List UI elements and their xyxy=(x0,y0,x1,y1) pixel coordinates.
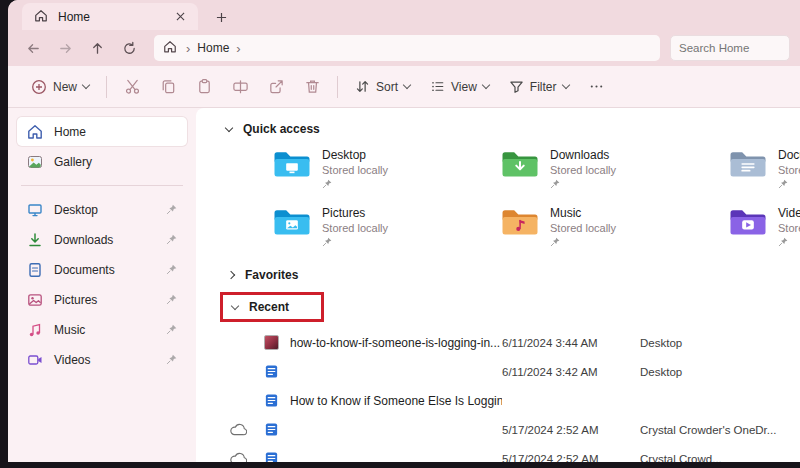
quick-access-tile-pictures[interactable]: Pictures Stored locally xyxy=(272,204,500,256)
desktop-folder-icon xyxy=(272,148,312,180)
home-icon xyxy=(27,124,43,140)
section-header-favorites[interactable]: Favorites xyxy=(196,262,800,288)
toolbar-divider xyxy=(106,76,107,98)
pictures-icon xyxy=(27,292,43,308)
tab-bar: Home xyxy=(8,0,800,30)
filter-icon xyxy=(509,79,524,94)
address-bar[interactable]: › Home › xyxy=(154,35,660,61)
pin-icon xyxy=(322,179,388,189)
sort-button[interactable]: Sort xyxy=(346,71,419,103)
music-icon xyxy=(27,322,43,338)
document-icon xyxy=(264,451,284,462)
recent-file-row[interactable]: How to Know if Someone Else Is Loggin... xyxy=(196,386,800,415)
copy-icon[interactable] xyxy=(151,71,185,103)
chevron-down-icon xyxy=(82,81,90,89)
quick-access-tile-videos[interactable]: Videos Stored locally xyxy=(728,204,800,256)
search-box[interactable] xyxy=(670,35,790,61)
documents-folder-icon xyxy=(728,148,768,180)
sidebar-divider xyxy=(21,185,183,186)
sidebar-item-music[interactable]: Music xyxy=(17,315,187,344)
pin-icon xyxy=(166,354,177,365)
tab-title: Home xyxy=(58,10,162,24)
pin-icon xyxy=(166,294,177,305)
pin-icon xyxy=(778,237,800,247)
pin-icon xyxy=(322,237,388,247)
recent-file-row[interactable]: how-to-know-if-someone-is-logging-in... … xyxy=(196,328,800,357)
chevron-down-icon xyxy=(231,301,239,309)
file-explorer-window: Home xyxy=(8,0,800,462)
sidebar-item-downloads[interactable]: Downloads xyxy=(17,225,187,254)
downloads-icon xyxy=(27,232,43,248)
recent-files-list: how-to-know-if-someone-is-logging-in... … xyxy=(196,328,800,462)
new-plus-icon xyxy=(31,79,47,95)
rename-icon[interactable] xyxy=(223,71,257,103)
quick-access-tile-downloads[interactable]: Downloads Stored locally xyxy=(500,146,728,198)
navigation-bar: › Home › xyxy=(8,30,800,66)
videos-folder-icon xyxy=(728,206,768,238)
pin-icon xyxy=(166,264,177,275)
forward-icon[interactable] xyxy=(50,34,80,62)
pin-icon xyxy=(166,204,177,215)
paste-icon[interactable] xyxy=(187,71,221,103)
breadcrumb-home[interactable]: Home xyxy=(197,41,229,55)
videos-icon xyxy=(27,352,43,368)
filter-button[interactable]: Filter xyxy=(500,71,578,103)
command-toolbar: New So xyxy=(8,66,800,108)
music-folder-icon xyxy=(500,206,540,238)
pin-icon xyxy=(166,234,177,245)
document-icon xyxy=(264,422,284,437)
window-body: Home Gallery Desktop xyxy=(8,108,800,462)
quick-access-tile-music[interactable]: Music Stored locally xyxy=(500,204,728,256)
breadcrumb-home-icon[interactable] xyxy=(163,40,179,56)
view-icon xyxy=(430,79,445,94)
breadcrumb-separator[interactable]: › xyxy=(236,42,240,55)
content-pane: Quick access Desktop Stored locally xyxy=(196,108,800,462)
search-input[interactable] xyxy=(679,42,781,54)
section-header-recent[interactable]: Recent xyxy=(249,300,289,314)
refresh-icon[interactable] xyxy=(114,34,144,62)
sidebar-item-gallery[interactable]: Gallery xyxy=(17,147,187,176)
pin-icon xyxy=(166,324,177,335)
chevron-down-icon xyxy=(403,81,411,89)
more-options-icon[interactable] xyxy=(580,71,614,103)
quick-access-grid: Desktop Stored locally xyxy=(272,146,800,256)
document-icon xyxy=(264,393,284,408)
back-icon[interactable] xyxy=(18,34,48,62)
sidebar-item-documents[interactable]: Documents xyxy=(17,255,187,284)
up-icon[interactable] xyxy=(82,34,112,62)
pin-icon xyxy=(550,237,616,247)
sidebar-item-pictures[interactable]: Pictures xyxy=(17,285,187,314)
recent-file-row[interactable]: 5/17/2024 2:52 AM Crystal Crowd... xyxy=(196,444,800,462)
pin-icon xyxy=(550,179,616,189)
chevron-down-icon xyxy=(561,81,569,89)
view-button[interactable]: View xyxy=(421,71,498,103)
new-tab-button[interactable] xyxy=(208,4,234,30)
share-icon[interactable] xyxy=(259,71,293,103)
home-icon xyxy=(34,9,50,25)
close-tab-icon[interactable] xyxy=(170,7,190,27)
section-header-quick-access[interactable]: Quick access xyxy=(196,116,800,142)
quick-access-tile-documents[interactable]: Documents Stored locally xyxy=(728,146,800,198)
annotation-rectangle-recent: Recent xyxy=(220,292,324,322)
gallery-icon xyxy=(27,154,43,170)
recent-file-row[interactable]: 5/17/2024 2:52 AM Crystal Crowder's OneD… xyxy=(196,415,800,444)
new-button[interactable]: New xyxy=(22,71,98,103)
pictures-folder-icon xyxy=(272,206,312,238)
navigation-pane: Home Gallery Desktop xyxy=(8,108,196,462)
cloud-icon xyxy=(230,423,250,436)
quick-access-tile-desktop[interactable]: Desktop Stored locally xyxy=(272,146,500,198)
chevron-right-icon xyxy=(227,271,235,279)
toolbar-divider xyxy=(337,76,338,98)
sidebar-item-home[interactable]: Home xyxy=(17,117,187,146)
breadcrumb-separator: › xyxy=(186,42,190,55)
desktop-icon xyxy=(27,202,43,218)
downloads-folder-icon xyxy=(500,148,540,180)
sidebar-item-videos[interactable]: Videos xyxy=(17,345,187,374)
tab-home[interactable]: Home xyxy=(22,3,198,30)
recent-file-row[interactable]: 6/11/2024 3:42 AM Desktop xyxy=(196,357,800,386)
chevron-down-icon xyxy=(482,81,490,89)
delete-icon[interactable] xyxy=(295,71,329,103)
cut-icon[interactable] xyxy=(115,71,149,103)
sort-icon xyxy=(355,79,370,94)
sidebar-item-desktop[interactable]: Desktop xyxy=(17,195,187,224)
